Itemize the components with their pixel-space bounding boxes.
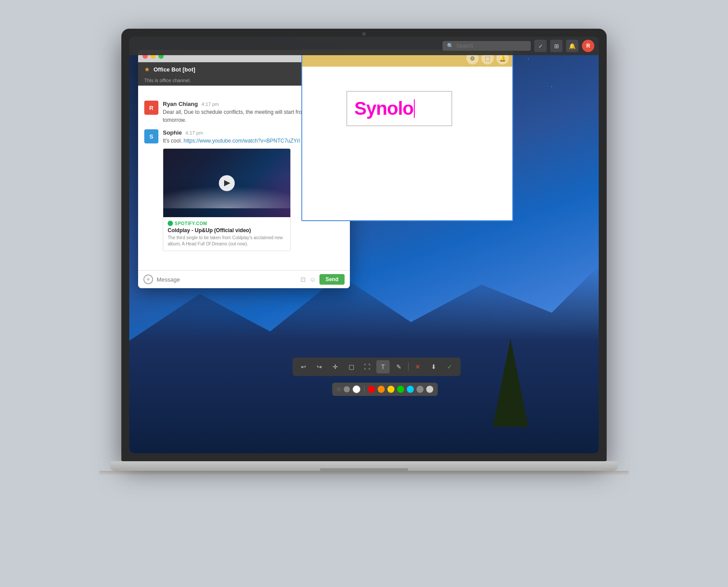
youtube-link[interactable]: https://www.youtube.com/watch?v=BPNTC7uZ… [184, 138, 300, 144]
color-cyan[interactable] [407, 386, 414, 393]
check-status-icon[interactable]: ✓ [534, 40, 547, 52]
annotation-canvas[interactable]: Synolo [302, 67, 512, 220]
sender-name-sophie: Sophie [163, 129, 182, 136]
color-light-gray[interactable] [426, 386, 433, 393]
annotation-text: Synolo [354, 98, 413, 119]
color-yellow[interactable] [387, 386, 394, 393]
search-input[interactable] [456, 43, 509, 49]
color-red[interactable] [368, 386, 375, 393]
text-annotation-box[interactable]: Synolo [346, 91, 452, 126]
color-picker-toolbar [332, 383, 438, 396]
video-description: The third single to be taken from Coldpl… [168, 235, 286, 247]
annotation-toolbar: ↩ ↪ ✛ ▢ ⛶ T ✎ ✕ ⬇ ✓ [293, 357, 461, 376]
redo-tool[interactable]: ↪ [313, 360, 326, 373]
check-icon: ✓ [538, 43, 543, 49]
screen-outer: 🔍 ✓ ⊞ 🔔 R [121, 29, 607, 461]
toolbar-divider [408, 362, 409, 371]
crop-icon[interactable]: ⊡ [300, 276, 306, 283]
timestamp-sophie: 4:17 pm [185, 130, 203, 135]
fullscreen-tool[interactable]: ⛶ [360, 360, 374, 373]
video-title: Coldplay - Up&Up (Official video) [168, 227, 286, 233]
add-attachment-button[interactable]: + [143, 275, 153, 284]
spotify-icon [168, 221, 173, 226]
color-divider [364, 386, 364, 393]
confirm-tool[interactable]: ✓ [443, 360, 456, 373]
search-bar[interactable]: 🔍 [443, 41, 531, 51]
crop-tool[interactable]: ▢ [345, 360, 358, 373]
grid-icon[interactable]: ⊞ [550, 40, 563, 52]
video-card: SPOTIFY.COM Coldplay - Up&Up (Official v… [163, 148, 291, 251]
size-medium[interactable] [344, 386, 350, 392]
send-button[interactable]: Send [319, 274, 345, 285]
play-icon [224, 180, 230, 186]
avatar-sophie: S [144, 129, 158, 143]
bell-icon[interactable]: 🔔 [566, 40, 578, 52]
text-tool[interactable]: T [376, 360, 390, 373]
laptop-bottom-bar [99, 471, 629, 476]
chat-input-bar: + ⊡ ☺ Send [138, 270, 350, 288]
star-icon: ★ [144, 66, 150, 73]
spotify-badge: SPOTIFY.COM [168, 221, 286, 226]
user-avatar-topbar[interactable]: R [582, 40, 594, 52]
color-gray[interactable] [417, 386, 424, 393]
color-orange[interactable] [378, 386, 385, 393]
desktop-background: 🔍 ✓ ⊞ 🔔 R [129, 37, 599, 453]
sender-name-ryan: Ryan Chiang [163, 101, 198, 107]
delete-tool[interactable]: ✕ [411, 360, 424, 373]
spotify-domain: SPOTIFY.COM [175, 221, 207, 226]
play-button[interactable] [219, 175, 235, 191]
text-cursor [414, 99, 415, 118]
color-green[interactable] [397, 386, 404, 393]
size-small[interactable] [337, 387, 341, 391]
app-topbar: 🔍 ✓ ⊞ 🔔 R [129, 37, 599, 55]
emoji-icon[interactable]: ☺ [309, 276, 315, 283]
search-icon: 🔍 [447, 43, 454, 49]
download-tool[interactable]: ⬇ [427, 360, 440, 373]
annotation-overlay: ⚙ ⬚ 🔔 Synolo [301, 49, 513, 221]
undo-tool[interactable]: ↩ [297, 360, 310, 373]
channel-name: Office Bot [bot] [154, 66, 195, 73]
video-thumbnail[interactable] [163, 149, 290, 217]
pen-tool[interactable]: ✎ [392, 360, 405, 373]
screen-bezel: 🔍 ✓ ⊞ 🔔 R [129, 37, 599, 453]
tree-decoration [493, 339, 528, 427]
message-input[interactable] [157, 276, 297, 283]
move-tool[interactable]: ✛ [329, 360, 342, 373]
avatar-ryan: R [144, 101, 158, 115]
size-large[interactable] [353, 385, 360, 393]
timestamp-ryan: 4:17 pm [201, 102, 219, 107]
laptop-base [110, 461, 618, 471]
webcam-dot [362, 32, 366, 36]
video-info: SPOTIFY.COM Coldplay - Up&Up (Official v… [163, 217, 290, 251]
laptop-shell: 🔍 ✓ ⊞ 🔔 R [99, 29, 629, 558]
input-icons: ⊡ ☺ [300, 276, 315, 283]
